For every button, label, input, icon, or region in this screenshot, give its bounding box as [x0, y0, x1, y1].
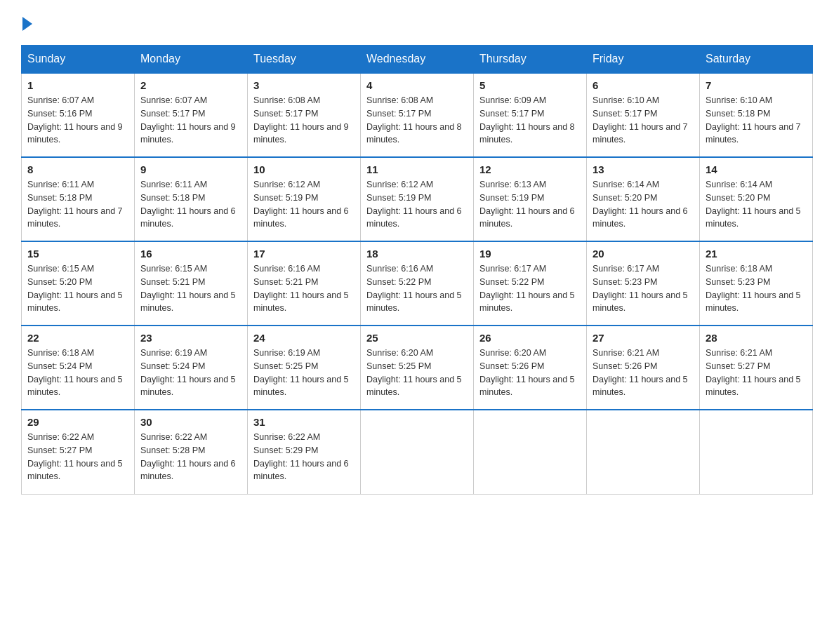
- header-wednesday: Wednesday: [361, 46, 474, 74]
- day-number: 27: [593, 332, 694, 344]
- table-row: 15Sunrise: 6:15 AMSunset: 5:20 PMDayligh…: [22, 241, 135, 326]
- day-info: Sunrise: 6:20 AMSunset: 5:26 PMDaylight:…: [479, 347, 581, 399]
- table-row: 24Sunrise: 6:19 AMSunset: 5:25 PMDayligh…: [248, 326, 361, 410]
- calendar-table: Sunday Monday Tuesday Wednesday Thursday…: [21, 45, 813, 495]
- header-friday: Friday: [587, 46, 700, 74]
- day-number: 12: [479, 163, 581, 175]
- day-number: 15: [27, 248, 128, 260]
- table-row: 30Sunrise: 6:22 AMSunset: 5:28 PMDayligh…: [135, 410, 248, 494]
- calendar-week-row: 15Sunrise: 6:15 AMSunset: 5:20 PMDayligh…: [22, 241, 813, 326]
- table-row: 5Sunrise: 6:09 AMSunset: 5:17 PMDaylight…: [474, 73, 587, 157]
- day-info: Sunrise: 6:16 AMSunset: 5:22 PMDaylight:…: [366, 262, 468, 315]
- day-info: Sunrise: 6:22 AMSunset: 5:28 PMDaylight:…: [140, 431, 241, 483]
- day-number: 13: [593, 163, 694, 175]
- day-number: 21: [706, 248, 807, 260]
- day-info: Sunrise: 6:21 AMSunset: 5:26 PMDaylight:…: [593, 347, 694, 399]
- day-info: Sunrise: 6:18 AMSunset: 5:23 PMDaylight:…: [706, 262, 807, 315]
- header-sunday: Sunday: [22, 46, 135, 74]
- day-number: 8: [27, 163, 128, 175]
- day-info: Sunrise: 6:11 AMSunset: 5:18 PMDaylight:…: [140, 178, 241, 231]
- table-row: 7Sunrise: 6:10 AMSunset: 5:18 PMDaylight…: [700, 73, 813, 157]
- table-row: [361, 410, 474, 494]
- day-number: 22: [27, 332, 128, 344]
- day-info: Sunrise: 6:21 AMSunset: 5:27 PMDaylight:…: [706, 347, 807, 399]
- day-info: Sunrise: 6:13 AMSunset: 5:19 PMDaylight:…: [479, 178, 581, 231]
- day-info: Sunrise: 6:12 AMSunset: 5:19 PMDaylight:…: [253, 178, 355, 231]
- table-row: 4Sunrise: 6:08 AMSunset: 5:17 PMDaylight…: [361, 73, 474, 157]
- day-info: Sunrise: 6:22 AMSunset: 5:29 PMDaylight:…: [253, 431, 355, 483]
- day-number: 16: [140, 248, 241, 260]
- day-number: 17: [253, 248, 355, 260]
- table-row: 25Sunrise: 6:20 AMSunset: 5:25 PMDayligh…: [361, 326, 474, 410]
- day-info: Sunrise: 6:22 AMSunset: 5:27 PMDaylight:…: [27, 431, 128, 483]
- day-info: Sunrise: 6:07 AMSunset: 5:17 PMDaylight:…: [140, 94, 241, 147]
- day-number: 7: [706, 79, 807, 91]
- day-number: 30: [140, 416, 241, 428]
- day-number: 25: [366, 332, 468, 344]
- day-number: 24: [253, 332, 355, 344]
- header-saturday: Saturday: [700, 46, 813, 74]
- day-number: 19: [479, 248, 581, 260]
- table-row: 23Sunrise: 6:19 AMSunset: 5:24 PMDayligh…: [135, 326, 248, 410]
- day-number: 1: [27, 79, 128, 91]
- table-row: 21Sunrise: 6:18 AMSunset: 5:23 PMDayligh…: [700, 241, 813, 326]
- table-row: [587, 410, 700, 494]
- header-monday: Monday: [135, 46, 248, 74]
- table-row: 16Sunrise: 6:15 AMSunset: 5:21 PMDayligh…: [135, 241, 248, 326]
- day-info: Sunrise: 6:15 AMSunset: 5:21 PMDaylight:…: [140, 262, 241, 315]
- table-row: 13Sunrise: 6:14 AMSunset: 5:20 PMDayligh…: [587, 157, 700, 241]
- day-number: 4: [366, 79, 468, 91]
- day-number: 28: [706, 332, 807, 344]
- table-row: 1Sunrise: 6:07 AMSunset: 5:16 PMDaylight…: [22, 73, 135, 157]
- table-row: 10Sunrise: 6:12 AMSunset: 5:19 PMDayligh…: [248, 157, 361, 241]
- day-info: Sunrise: 6:10 AMSunset: 5:18 PMDaylight:…: [706, 94, 807, 147]
- table-row: [700, 410, 813, 494]
- calendar-week-row: 22Sunrise: 6:18 AMSunset: 5:24 PMDayligh…: [22, 326, 813, 410]
- day-number: 23: [140, 332, 241, 344]
- table-row: 6Sunrise: 6:10 AMSunset: 5:17 PMDaylight…: [587, 73, 700, 157]
- day-info: Sunrise: 6:17 AMSunset: 5:22 PMDaylight:…: [479, 262, 581, 315]
- table-row: 3Sunrise: 6:08 AMSunset: 5:17 PMDaylight…: [248, 73, 361, 157]
- table-row: 14Sunrise: 6:14 AMSunset: 5:20 PMDayligh…: [700, 157, 813, 241]
- day-number: 2: [140, 79, 241, 91]
- day-number: 14: [706, 163, 807, 175]
- table-row: 19Sunrise: 6:17 AMSunset: 5:22 PMDayligh…: [474, 241, 587, 326]
- calendar-week-row: 29Sunrise: 6:22 AMSunset: 5:27 PMDayligh…: [22, 410, 813, 494]
- table-row: 22Sunrise: 6:18 AMSunset: 5:24 PMDayligh…: [22, 326, 135, 410]
- day-number: 10: [253, 163, 355, 175]
- day-info: Sunrise: 6:17 AMSunset: 5:23 PMDaylight:…: [593, 262, 694, 315]
- day-number: 18: [366, 248, 468, 260]
- day-number: 11: [366, 163, 468, 175]
- table-row: 11Sunrise: 6:12 AMSunset: 5:19 PMDayligh…: [361, 157, 474, 241]
- logo-arrow-icon: [22, 17, 32, 31]
- logo: [21, 14, 32, 31]
- day-info: Sunrise: 6:08 AMSunset: 5:17 PMDaylight:…: [366, 94, 468, 147]
- table-row: 31Sunrise: 6:22 AMSunset: 5:29 PMDayligh…: [248, 410, 361, 494]
- table-row: [474, 410, 587, 494]
- header-tuesday: Tuesday: [248, 46, 361, 74]
- header-thursday: Thursday: [474, 46, 587, 74]
- day-number: 20: [593, 248, 694, 260]
- day-info: Sunrise: 6:14 AMSunset: 5:20 PMDaylight:…: [593, 178, 694, 231]
- day-info: Sunrise: 6:10 AMSunset: 5:17 PMDaylight:…: [593, 94, 694, 147]
- day-info: Sunrise: 6:19 AMSunset: 5:25 PMDaylight:…: [253, 347, 355, 399]
- table-row: 8Sunrise: 6:11 AMSunset: 5:18 PMDaylight…: [22, 157, 135, 241]
- day-info: Sunrise: 6:12 AMSunset: 5:19 PMDaylight:…: [366, 178, 468, 231]
- day-number: 29: [27, 416, 128, 428]
- day-info: Sunrise: 6:15 AMSunset: 5:20 PMDaylight:…: [27, 262, 128, 315]
- day-info: Sunrise: 6:20 AMSunset: 5:25 PMDaylight:…: [366, 347, 468, 399]
- table-row: 17Sunrise: 6:16 AMSunset: 5:21 PMDayligh…: [248, 241, 361, 326]
- page-header: [21, 14, 813, 31]
- day-number: 5: [479, 79, 581, 91]
- day-number: 3: [253, 79, 355, 91]
- day-info: Sunrise: 6:08 AMSunset: 5:17 PMDaylight:…: [253, 94, 355, 147]
- day-info: Sunrise: 6:19 AMSunset: 5:24 PMDaylight:…: [140, 347, 241, 399]
- table-row: 2Sunrise: 6:07 AMSunset: 5:17 PMDaylight…: [135, 73, 248, 157]
- table-row: 20Sunrise: 6:17 AMSunset: 5:23 PMDayligh…: [587, 241, 700, 326]
- day-info: Sunrise: 6:11 AMSunset: 5:18 PMDaylight:…: [27, 178, 128, 231]
- calendar-week-row: 1Sunrise: 6:07 AMSunset: 5:16 PMDaylight…: [22, 73, 813, 157]
- day-number: 26: [479, 332, 581, 344]
- day-info: Sunrise: 6:18 AMSunset: 5:24 PMDaylight:…: [27, 347, 128, 399]
- calendar-week-row: 8Sunrise: 6:11 AMSunset: 5:18 PMDaylight…: [22, 157, 813, 241]
- table-row: 27Sunrise: 6:21 AMSunset: 5:26 PMDayligh…: [587, 326, 700, 410]
